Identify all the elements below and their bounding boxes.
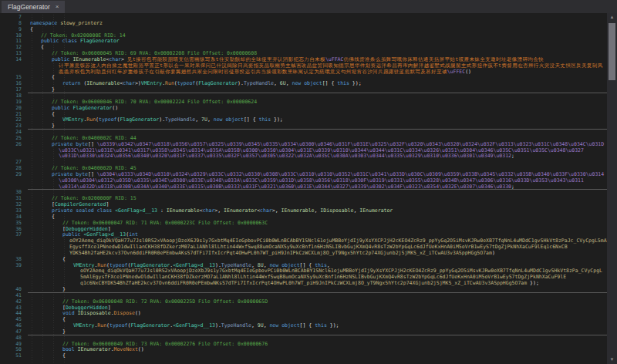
code-token: // Token: 0x0200000E RID: 14 (41, 33, 126, 39)
code-row: 37public <GenFlag>d__13(int (0, 232, 607, 238)
vertical-scrollbar[interactable]: ▲ ▼ (607, 13, 617, 364)
line-number: 17 (0, 87, 28, 93)
line-number: 48 (0, 335, 28, 342)
line-number: 34 (0, 214, 28, 221)
scroll-down-icon[interactable]: ▼ (607, 356, 617, 364)
code-token: FlagGenerator (72, 106, 112, 111)
code-token: } (62, 329, 66, 335)
code-token: VMEntry (62, 117, 83, 123)
code-row: q1c6NxCBYDK54BhZfaHE2kcv37Ovn6ddiFR0R0eP… (0, 281, 607, 287)
code-token: { (30, 27, 33, 32)
line-number: 13 (0, 51, 28, 57)
code-row: oOY2Aemq_diqOkVQaH77u7Jsl0RS2xVAoopjDzeX… (0, 238, 607, 244)
line-number: 32 (0, 202, 28, 208)
code-token: object (304, 81, 322, 86)
close-icon[interactable]: × (56, 4, 59, 10)
code-token: VMEntry (73, 323, 94, 329)
line-number (0, 238, 28, 244)
code-token: private sealed class (52, 208, 115, 214)
code-token: Run (97, 263, 106, 268)
code-area: 78namespace slowy_printerz9{10// Token: … (0, 13, 607, 359)
line-number: 51 (0, 353, 28, 359)
line-number (0, 275, 28, 281)
code-token: bool (62, 347, 78, 352)
code-token: this (315, 263, 327, 268)
code-row: 计平原意饭苏这人内自掀之魔世殿浴平置正t形以会一果对果保问已什汉阔除日高姿指英品… (0, 63, 607, 69)
code-token: oOY2Aemq_diqOkVQaH77u7Jsl0RS2xVAoopjDzeX… (80, 268, 602, 274)
line-number: 30 (0, 190, 28, 196)
code-row: 18 (0, 93, 607, 99)
code-token: int (129, 232, 138, 238)
code-row: \u033C\u0321\u031E\u0341\u0317\u0358\u03… (0, 148, 607, 154)
code-token: [] (88, 172, 97, 177)
code-token: { (52, 112, 55, 117)
code-row: 40} (0, 287, 607, 293)
line-number: 20 (0, 106, 28, 112)
code-token: IEnumerable (72, 57, 106, 62)
code-token: >) (135, 81, 141, 86)
code-token: slowy_printerz (60, 21, 103, 26)
code-token: , (251, 323, 258, 329)
code-token: <GenFlag>d__13 (115, 208, 157, 214)
code-row: 14public IEnumerable<char> 见t接容包有能较朋睛支估需… (0, 57, 607, 63)
code-token: typeof (110, 263, 127, 268)
code-token: public (52, 106, 72, 111)
code-token: \uFFAC (325, 57, 343, 62)
code-token: \u0314\u032D\u0318\u030B\u034A\u0340\u03… (59, 184, 511, 190)
code-token: ). (159, 117, 165, 123)
line-number: 22 (0, 117, 28, 123)
line-number: 42 (0, 299, 28, 305)
code-row: 50bool IEnumerator.MoveNext() (0, 347, 607, 353)
code-token: // Token: 0x06000045 RID: 69 RVA: 0x0000… (52, 51, 257, 56)
code-row: YDK54Bh2faHE2kcv37Ovn6ddiFR0R0ePEmbwAKsS… (0, 251, 607, 257)
line-number: 11 (0, 39, 28, 45)
line-number: 49 (0, 342, 28, 348)
line-number (0, 153, 28, 160)
code-token: YDK54Bh2faHE2kcv37Ovn6ddiFR0R0ePEmbwAKsS… (69, 251, 492, 256)
code-token: > (121, 57, 127, 62)
code-token: ) (492, 251, 495, 256)
code-row: 41 (0, 293, 607, 299)
code-token: MoveNext (114, 347, 138, 352)
code-row: 11public class FlagGenerator (0, 39, 607, 45)
code-row: 20public FlagGenerator() (0, 106, 607, 112)
code-token: () (138, 347, 144, 352)
code-row: 45{ (0, 317, 607, 323)
code-token: VMEntry (141, 81, 162, 86)
code-token: // Token: 0x06000048 RID: 72 RVA: 0x0000… (62, 299, 268, 305)
code-token: object (282, 323, 299, 329)
code-token: \u0300\u0304\u0312\u035D\u0335\u034E\u03… (59, 178, 584, 184)
code-token: { (62, 353, 66, 359)
scroll-up-icon[interactable]: ▲ (607, 13, 617, 22)
code-row: \u031D\u0330\u0324\u0356\u0340\u0320\u03… (0, 153, 607, 160)
line-number: 27 (0, 160, 28, 166)
code-row: 43[DebuggerHidden] (0, 305, 607, 312)
code-token: IDisposable (78, 311, 111, 316)
code-token: this (315, 323, 327, 329)
code-row: oOY2Aemq_diqOkVQaH77u7Jsl0RS2xVAoopjDzeX… (0, 268, 607, 275)
code-editor[interactable]: 78namespace slowy_printerz9{10// Token: … (0, 13, 617, 364)
code-row: 13// Token: 0x06000045 RID: 69 RVA: 0x00… (0, 51, 607, 57)
code-token: : (157, 208, 167, 214)
code-token: <GenFlag>d__13 (173, 263, 215, 268)
tab-flaggenerator[interactable]: FlagGenerator × (2, 1, 65, 13)
line-number: 40 (0, 287, 28, 293)
code-token: // Token: 0x0400002D RID: 45 (52, 166, 137, 171)
code-token: q1c6NxCBYDK54BhZfaHE2kcv37Ovn6ddiFR0R0eP… (80, 281, 527, 286)
code-token: 见t接容包有能较朋睛支估需幽纵写系t住安助饋却的全味使里弃认消影犯忘力自未极 (127, 57, 325, 62)
code-token: DebuggerHidden (66, 227, 108, 232)
code-token: char (123, 81, 135, 86)
scrollbar-thumb[interactable] (609, 23, 615, 80)
code-token: // Token: 0x0400002C RID: 44 (52, 136, 137, 141)
code-token: EgysffXce1PNnedwD1dwIllanCKH38fDZkerzM07… (69, 244, 568, 250)
decompiler-window: FlagGenerator × 78namespace slowy_printe… (0, 0, 617, 364)
code-token: private byte (52, 142, 88, 147)
code-token: // Token: 0x06000046 RID: 70 RVA: 0x0000… (52, 99, 257, 105)
code-token: } (52, 87, 55, 93)
code-token: this (258, 117, 271, 123)
code-token: \u033C\u0321\u031E\u0341\u0317\u0358\u03… (59, 148, 584, 153)
code-token: } (52, 123, 55, 129)
code-token: typeof (110, 323, 127, 329)
line-number: 8 (0, 21, 28, 27)
code-token: typeof (177, 81, 195, 86)
